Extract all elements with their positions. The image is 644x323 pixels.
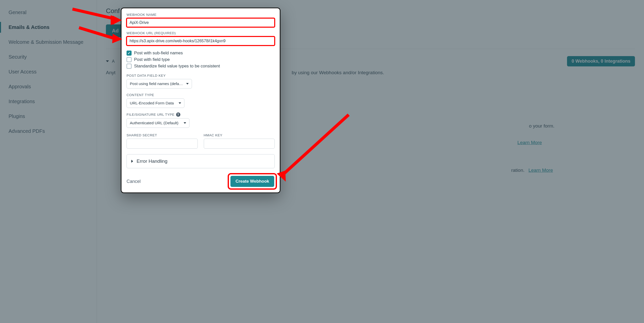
checkbox-fieldtype[interactable]	[127, 57, 132, 62]
checkbox-row-fieldtype[interactable]: Post with field type	[127, 57, 275, 62]
content-type-label: CONTENT TYPE	[127, 93, 275, 97]
webhook-name-label: WEBHOOK NAME	[127, 13, 275, 17]
hmac-key-input[interactable]	[204, 139, 275, 149]
shared-secret-label: SHARED SECRET	[127, 133, 198, 137]
checkbox-standardize-label: Standardize field value types to be cons…	[134, 64, 220, 69]
webhook-url-input[interactable]	[127, 36, 275, 46]
error-handling-toggle[interactable]: Error Handling	[127, 154, 275, 168]
checkbox-subfield-label: Post with sub-field names	[134, 51, 183, 56]
post-data-key-select[interactable]: Post using field names (default)	[127, 79, 192, 89]
chevron-down-icon	[186, 83, 189, 85]
checkbox-standardize[interactable]	[127, 64, 132, 69]
checkbox-fieldtype-label: Post with field type	[134, 57, 170, 62]
modal-backdrop[interactable]	[0, 0, 644, 323]
checkbox-row-subfield[interactable]: Post with sub-field names	[127, 51, 275, 56]
file-sig-url-type-value: Authenticated URL (Default)	[130, 121, 178, 125]
annotation-highlight-create: Create Webhook	[230, 175, 275, 187]
annotation-highlight-url	[127, 36, 275, 46]
webhook-url-label: WEBHOOK URL (REQUIRED)	[127, 31, 275, 35]
annotation-highlight-name	[127, 18, 275, 27]
post-data-key-label: POST DATA FIELD KEY	[127, 74, 275, 77]
cancel-button[interactable]: Cancel	[127, 179, 141, 184]
create-webhook-modal: WEBHOOK NAME WEBHOOK URL (REQUIRED) Post…	[121, 8, 280, 193]
chevron-right-icon	[131, 160, 133, 163]
checkbox-subfield[interactable]	[127, 51, 132, 56]
error-handling-label: Error Handling	[137, 158, 168, 164]
webhook-name-input[interactable]	[127, 18, 275, 27]
content-type-value: URL-Encoded Form Data	[130, 101, 174, 105]
shared-secret-input[interactable]	[127, 139, 198, 149]
chevron-down-icon	[179, 102, 181, 104]
create-webhook-button[interactable]: Create Webhook	[230, 176, 274, 187]
help-icon[interactable]: ?	[176, 112, 180, 117]
hmac-key-label: HMAC KEY	[204, 133, 275, 137]
post-data-key-value: Post using field names (default)	[130, 82, 183, 86]
file-sig-url-type-label: FILE/SIGNATURE URL TYPE ?	[127, 112, 275, 117]
checkbox-row-standardize[interactable]: Standardize field value types to be cons…	[127, 64, 275, 69]
chevron-down-icon	[184, 122, 186, 124]
file-sig-url-type-select[interactable]: Authenticated URL (Default)	[127, 118, 189, 128]
content-type-select[interactable]: URL-Encoded Form Data	[127, 98, 184, 108]
